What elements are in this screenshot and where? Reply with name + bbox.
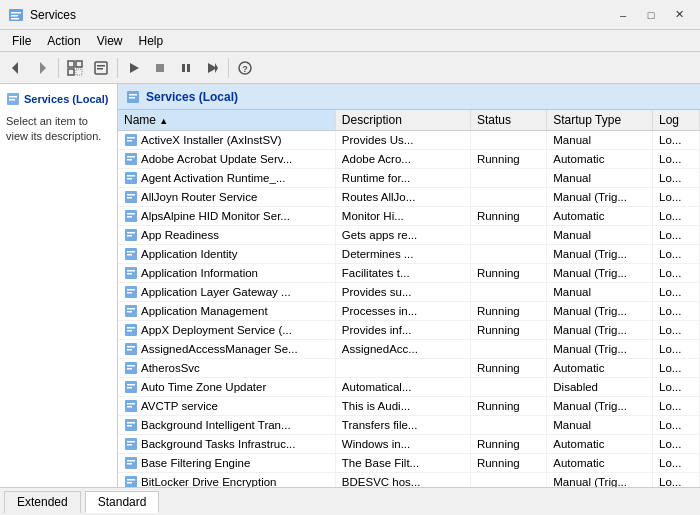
table-row[interactable]: Background Tasks Infrastruc...Windows in… (118, 435, 700, 454)
svg-rect-37 (127, 194, 135, 196)
svg-rect-26 (129, 97, 135, 99)
menu-action[interactable]: Action (39, 32, 88, 49)
svg-rect-44 (127, 235, 132, 237)
service-desc-cell: Automatical... (335, 378, 470, 397)
service-name-label: Application Management (141, 305, 268, 317)
svg-rect-43 (127, 232, 135, 234)
services-table-container[interactable]: Name ▲ Description Status Startup Type L… (118, 110, 700, 487)
table-row[interactable]: Agent Activation Runtime_...Runtime for.… (118, 169, 700, 188)
service-log-cell: Lo... (652, 435, 699, 454)
properties-button[interactable] (89, 56, 113, 80)
service-name-label: Background Tasks Infrastruc... (141, 438, 295, 450)
service-log-cell: Lo... (652, 473, 699, 488)
help-button[interactable]: ? (233, 56, 257, 80)
pause-service-button[interactable] (174, 56, 198, 80)
console-tree-button[interactable] (63, 56, 87, 80)
svg-rect-71 (127, 406, 132, 408)
table-row[interactable]: ActiveX Installer (AxInstSV)Provides Us.… (118, 131, 700, 150)
table-row[interactable]: Background Intelligent Tran...Transfers … (118, 416, 700, 435)
svg-rect-62 (127, 349, 132, 351)
table-row[interactable]: Adobe Acrobat Update Serv...Adobe Acro..… (118, 150, 700, 169)
table-row[interactable]: Base Filtering EngineThe Base Filt...Run… (118, 454, 700, 473)
stop-service-button[interactable] (148, 56, 172, 80)
svg-rect-77 (127, 444, 132, 446)
svg-rect-7 (76, 61, 82, 67)
table-row[interactable]: Application Layer Gateway ...Provides su… (118, 283, 700, 302)
service-status-cell: Running (470, 397, 546, 416)
service-log-cell: Lo... (652, 378, 699, 397)
svg-rect-70 (127, 403, 135, 405)
service-startup-cell: Disabled (547, 378, 653, 397)
service-name-label: App Readiness (141, 229, 219, 241)
sep2 (117, 58, 118, 78)
sidebar: Services (Local) Select an item to view … (0, 84, 118, 487)
service-name-cell: ActiveX Installer (AxInstSV) (118, 131, 335, 150)
service-name-cell: Background Intelligent Tran... (118, 416, 335, 435)
restart-service-button[interactable] (200, 56, 224, 80)
service-name-label: Auto Time Zone Updater (141, 381, 266, 393)
sidebar-icon (6, 92, 20, 106)
table-header-row: Name ▲ Description Status Startup Type L… (118, 110, 700, 131)
col-name[interactable]: Name ▲ (118, 110, 335, 131)
back-button[interactable] (4, 56, 28, 80)
svg-rect-47 (127, 254, 132, 256)
col-startup-type[interactable]: Startup Type (547, 110, 653, 131)
service-startup-cell: Automatic (547, 359, 653, 378)
svg-rect-25 (129, 94, 137, 96)
service-log-cell: Lo... (652, 150, 699, 169)
svg-marker-13 (130, 63, 139, 73)
service-log-cell: Lo... (652, 340, 699, 359)
menu-file[interactable]: File (4, 32, 39, 49)
service-desc-cell: BDESVC hos... (335, 473, 470, 488)
table-row[interactable]: AVCTP serviceThis is Audi...RunningManua… (118, 397, 700, 416)
col-log[interactable]: Log (652, 110, 699, 131)
col-description[interactable]: Description (335, 110, 470, 131)
table-row[interactable]: Application IdentityDetermines ...Manual… (118, 245, 700, 264)
service-icon (124, 361, 138, 375)
table-row[interactable]: AppX Deployment Service (...Provides inf… (118, 321, 700, 340)
table-row[interactable]: Application ManagementProcesses in...Run… (118, 302, 700, 321)
service-name-label: Agent Activation Runtime_... (141, 172, 285, 184)
table-row[interactable]: BitLocker Drive Encryption _BDESVC hos..… (118, 473, 700, 488)
service-startup-cell: Manual (Trig... (547, 321, 653, 340)
svg-rect-83 (127, 482, 132, 484)
service-name-label: Application Identity (141, 248, 238, 260)
service-desc-cell: AssignedAcc... (335, 340, 470, 359)
table-row[interactable]: Auto Time Zone UpdaterAutomatical...Disa… (118, 378, 700, 397)
maximize-button[interactable]: □ (638, 5, 664, 25)
forward-button[interactable] (30, 56, 54, 80)
menu-view[interactable]: View (89, 32, 131, 49)
service-icon (124, 171, 138, 185)
svg-rect-68 (127, 387, 132, 389)
minimize-button[interactable]: – (610, 5, 636, 25)
menu-help[interactable]: Help (131, 32, 172, 49)
service-name-cell: AVCTP service (118, 397, 335, 416)
svg-rect-80 (127, 463, 132, 465)
service-name-cell: App Readiness (118, 226, 335, 245)
services-tbody: ActiveX Installer (AxInstSV)Provides Us.… (118, 131, 700, 488)
service-status-cell (470, 169, 546, 188)
tab-extended[interactable]: Extended (4, 491, 81, 513)
table-row[interactable]: Application InformationFacilitates t...R… (118, 264, 700, 283)
service-log-cell: Lo... (652, 302, 699, 321)
table-row[interactable]: AlpsAlpine HID Monitor Ser...Monitor Hi.… (118, 207, 700, 226)
table-row[interactable]: AssignedAccessManager Se...AssignedAcc..… (118, 340, 700, 359)
service-status-cell (470, 131, 546, 150)
start-service-button[interactable] (122, 56, 146, 80)
table-row[interactable]: AllJoyn Router ServiceRoutes AllJo...Man… (118, 188, 700, 207)
service-icon (124, 190, 138, 204)
service-startup-cell: Manual (547, 131, 653, 150)
service-icon (124, 247, 138, 261)
svg-rect-32 (127, 159, 132, 161)
close-button[interactable]: ✕ (666, 5, 692, 25)
tab-standard[interactable]: Standard (85, 491, 160, 513)
service-name-label: Base Filtering Engine (141, 457, 250, 469)
table-row[interactable]: AtherosSvcRunningAutomaticLo... (118, 359, 700, 378)
table-row[interactable]: App ReadinessGets apps re...ManualLo... (118, 226, 700, 245)
service-status-cell: Running (470, 435, 546, 454)
service-startup-cell: Manual (547, 226, 653, 245)
svg-rect-61 (127, 346, 135, 348)
svg-rect-2 (11, 15, 18, 17)
col-status[interactable]: Status (470, 110, 546, 131)
service-name-label: AllJoyn Router Service (141, 191, 257, 203)
